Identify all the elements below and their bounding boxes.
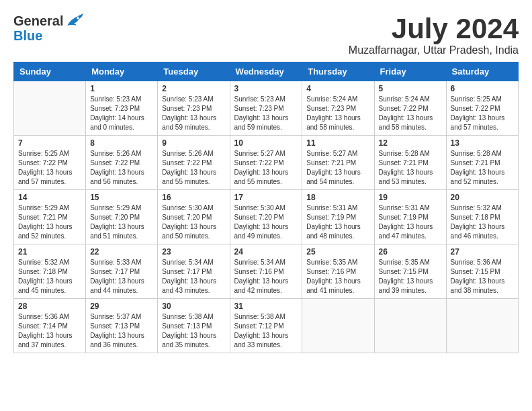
day-number: 29 <box>90 302 153 311</box>
day-info: Sunrise: 5:32 AM Sunset: 7:18 PM Dayligh… <box>18 258 81 295</box>
logo-general: General <box>13 13 63 28</box>
day-number: 5 <box>379 84 442 93</box>
week-row-1: 1Sunrise: 5:23 AM Sunset: 7:23 PM Daylig… <box>14 81 519 136</box>
day-info: Sunrise: 5:27 AM Sunset: 7:22 PM Dayligh… <box>234 149 298 187</box>
day-number: 19 <box>379 193 442 202</box>
day-info: Sunrise: 5:29 AM Sunset: 7:20 PM Dayligh… <box>90 203 153 241</box>
calendar-cell: 18Sunrise: 5:31 AM Sunset: 7:19 PM Dayli… <box>302 190 374 244</box>
calendar-cell: 8Sunrise: 5:26 AM Sunset: 7:22 PM Daylig… <box>86 136 158 190</box>
calendar-cell <box>302 299 374 353</box>
day-number: 23 <box>162 247 225 257</box>
calendar-cell: 20Sunrise: 5:32 AM Sunset: 7:18 PM Dayli… <box>446 190 518 244</box>
day-info: Sunrise: 5:30 AM Sunset: 7:20 PM Dayligh… <box>234 203 298 241</box>
calendar-cell: 13Sunrise: 5:28 AM Sunset: 7:21 PM Dayli… <box>446 136 518 190</box>
day-info: Sunrise: 5:38 AM Sunset: 7:12 PM Dayligh… <box>234 312 298 350</box>
calendar-cell: 25Sunrise: 5:35 AM Sunset: 7:16 PM Dayli… <box>302 244 374 299</box>
calendar-cell: 3Sunrise: 5:23 AM Sunset: 7:23 PM Daylig… <box>230 81 302 136</box>
logo-bird-icon <box>64 13 83 28</box>
day-number: 16 <box>162 193 225 202</box>
weekday-header-sunday: Sunday <box>14 62 86 81</box>
day-number: 25 <box>306 247 369 257</box>
calendar-cell: 27Sunrise: 5:36 AM Sunset: 7:15 PM Dayli… <box>446 244 518 299</box>
day-number: 1 <box>90 84 153 93</box>
calendar-cell: 10Sunrise: 5:27 AM Sunset: 7:22 PM Dayli… <box>230 136 302 190</box>
calendar-cell: 11Sunrise: 5:27 AM Sunset: 7:21 PM Dayli… <box>302 136 374 190</box>
calendar-cell <box>446 299 518 353</box>
weekday-header-friday: Friday <box>374 62 446 81</box>
day-info: Sunrise: 5:23 AM Sunset: 7:23 PM Dayligh… <box>90 95 153 132</box>
day-info: Sunrise: 5:26 AM Sunset: 7:22 PM Dayligh… <box>162 149 225 187</box>
logo-blue: Blue <box>13 28 42 43</box>
day-number: 30 <box>162 302 225 311</box>
day-number: 15 <box>90 193 153 202</box>
weekday-header-row: SundayMondayTuesdayWednesdayThursdayFrid… <box>14 62 519 81</box>
weekday-header-tuesday: Tuesday <box>158 62 230 81</box>
day-number: 26 <box>379 247 442 257</box>
day-number: 3 <box>234 84 298 93</box>
calendar-cell: 16Sunrise: 5:30 AM Sunset: 7:20 PM Dayli… <box>158 190 230 244</box>
day-info: Sunrise: 5:34 AM Sunset: 7:17 PM Dayligh… <box>162 258 225 295</box>
month-title: July 2024 <box>349 13 519 44</box>
calendar-cell: 23Sunrise: 5:34 AM Sunset: 7:17 PM Dayli… <box>158 244 230 299</box>
day-info: Sunrise: 5:34 AM Sunset: 7:16 PM Dayligh… <box>234 258 298 295</box>
day-number: 2 <box>162 84 225 93</box>
weekday-header-monday: Monday <box>86 62 158 81</box>
day-info: Sunrise: 5:29 AM Sunset: 7:21 PM Dayligh… <box>18 203 81 241</box>
day-info: Sunrise: 5:26 AM Sunset: 7:22 PM Dayligh… <box>90 149 153 187</box>
day-info: Sunrise: 5:30 AM Sunset: 7:20 PM Dayligh… <box>162 203 225 241</box>
day-number: 22 <box>90 247 153 257</box>
calendar-cell: 14Sunrise: 5:29 AM Sunset: 7:21 PM Dayli… <box>14 190 86 244</box>
day-number: 6 <box>451 84 514 93</box>
day-number: 28 <box>18 302 81 311</box>
day-info: Sunrise: 5:36 AM Sunset: 7:14 PM Dayligh… <box>18 312 81 350</box>
day-number: 8 <box>90 138 153 148</box>
day-number: 17 <box>234 193 298 202</box>
calendar-cell: 31Sunrise: 5:38 AM Sunset: 7:12 PM Dayli… <box>230 299 302 353</box>
calendar-cell: 17Sunrise: 5:30 AM Sunset: 7:20 PM Dayli… <box>230 190 302 244</box>
calendar-cell: 4Sunrise: 5:24 AM Sunset: 7:23 PM Daylig… <box>302 81 374 136</box>
day-info: Sunrise: 5:36 AM Sunset: 7:15 PM Dayligh… <box>451 258 514 295</box>
day-number: 11 <box>306 138 369 148</box>
day-number: 31 <box>234 302 298 311</box>
day-info: Sunrise: 5:32 AM Sunset: 7:18 PM Dayligh… <box>451 203 514 241</box>
calendar-cell: 19Sunrise: 5:31 AM Sunset: 7:19 PM Dayli… <box>374 190 446 244</box>
day-info: Sunrise: 5:28 AM Sunset: 7:21 PM Dayligh… <box>451 149 514 187</box>
day-info: Sunrise: 5:27 AM Sunset: 7:21 PM Dayligh… <box>306 149 369 187</box>
day-number: 18 <box>306 193 369 202</box>
day-info: Sunrise: 5:23 AM Sunset: 7:23 PM Dayligh… <box>234 95 298 132</box>
calendar-cell: 29Sunrise: 5:37 AM Sunset: 7:13 PM Dayli… <box>86 299 158 353</box>
day-number: 20 <box>451 193 514 202</box>
calendar-cell: 22Sunrise: 5:33 AM Sunset: 7:17 PM Dayli… <box>86 244 158 299</box>
calendar-cell: 28Sunrise: 5:36 AM Sunset: 7:14 PM Dayli… <box>14 299 86 353</box>
day-info: Sunrise: 5:37 AM Sunset: 7:13 PM Dayligh… <box>90 312 153 350</box>
day-info: Sunrise: 5:24 AM Sunset: 7:23 PM Dayligh… <box>306 95 369 132</box>
calendar-cell: 7Sunrise: 5:25 AM Sunset: 7:22 PM Daylig… <box>14 136 86 190</box>
day-number: 21 <box>18 247 81 257</box>
day-info: Sunrise: 5:25 AM Sunset: 7:22 PM Dayligh… <box>18 149 81 187</box>
week-row-2: 7Sunrise: 5:25 AM Sunset: 7:22 PM Daylig… <box>14 136 519 190</box>
day-info: Sunrise: 5:23 AM Sunset: 7:23 PM Dayligh… <box>162 95 225 132</box>
calendar-cell: 12Sunrise: 5:28 AM Sunset: 7:21 PM Dayli… <box>374 136 446 190</box>
day-info: Sunrise: 5:31 AM Sunset: 7:19 PM Dayligh… <box>306 203 369 241</box>
day-info: Sunrise: 5:28 AM Sunset: 7:21 PM Dayligh… <box>379 149 442 187</box>
calendar-cell: 9Sunrise: 5:26 AM Sunset: 7:22 PM Daylig… <box>158 136 230 190</box>
week-row-3: 14Sunrise: 5:29 AM Sunset: 7:21 PM Dayli… <box>14 190 519 244</box>
day-number: 7 <box>18 138 81 148</box>
calendar-cell: 24Sunrise: 5:34 AM Sunset: 7:16 PM Dayli… <box>230 244 302 299</box>
weekday-header-thursday: Thursday <box>302 62 374 81</box>
calendar-cell: 1Sunrise: 5:23 AM Sunset: 7:23 PM Daylig… <box>86 81 158 136</box>
logo: General Blue <box>13 13 83 43</box>
week-row-4: 21Sunrise: 5:32 AM Sunset: 7:18 PM Dayli… <box>14 244 519 299</box>
weekday-header-saturday: Saturday <box>446 62 518 81</box>
day-number: 24 <box>234 247 298 257</box>
day-info: Sunrise: 5:35 AM Sunset: 7:15 PM Dayligh… <box>379 258 442 295</box>
day-number: 10 <box>234 138 298 148</box>
calendar-cell: 30Sunrise: 5:38 AM Sunset: 7:13 PM Dayli… <box>158 299 230 353</box>
calendar-cell: 2Sunrise: 5:23 AM Sunset: 7:23 PM Daylig… <box>158 81 230 136</box>
day-number: 4 <box>306 84 369 93</box>
day-info: Sunrise: 5:25 AM Sunset: 7:22 PM Dayligh… <box>451 95 514 132</box>
calendar-cell: 5Sunrise: 5:24 AM Sunset: 7:22 PM Daylig… <box>374 81 446 136</box>
calendar-cell <box>374 299 446 353</box>
day-info: Sunrise: 5:35 AM Sunset: 7:16 PM Dayligh… <box>306 258 369 295</box>
calendar-table: SundayMondayTuesdayWednesdayThursdayFrid… <box>13 62 519 353</box>
